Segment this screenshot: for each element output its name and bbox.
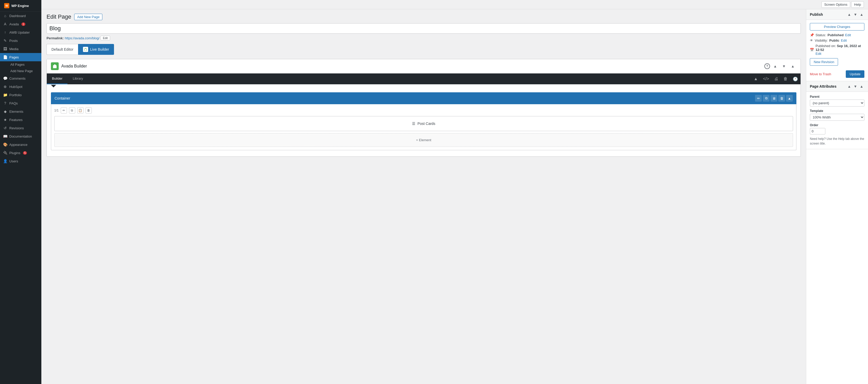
- avada-collapse-down-button[interactable]: ▼: [780, 63, 787, 70]
- sidebar-item-awb-updater[interactable]: ↑ AWB Updater: [0, 28, 41, 36]
- container-controls: ✏ ⧉ 🖥 🗑 ▲: [755, 95, 793, 101]
- parent-select[interactable]: (no parent): [810, 99, 864, 107]
- avada-help-icon[interactable]: ?: [764, 63, 770, 69]
- live-builder-label: Live Builder: [90, 47, 109, 52]
- visibility-edit-link[interactable]: Edit: [841, 38, 846, 42]
- builder-print-icon[interactable]: 🖨: [772, 75, 781, 83]
- sidebar-item-comments[interactable]: 💬 Comments: [0, 74, 41, 83]
- live-builder-button[interactable]: Live Builder: [78, 44, 114, 55]
- builder-delete-icon[interactable]: 🗑: [781, 75, 790, 83]
- page-attributes-header: Page Attributes ▲ ▼ ▲: [806, 81, 868, 92]
- editor-area: Edit Page Add New Page Permalink: https:…: [41, 9, 806, 384]
- sidebar-item-label: Plugins: [9, 151, 21, 155]
- status-edit-link[interactable]: Edit: [845, 33, 851, 37]
- page-attributes-help: Need help? Use the Help tab above the sc…: [810, 137, 864, 146]
- container-delete-button[interactable]: 🗑: [778, 95, 785, 101]
- sidebar-item-revisions[interactable]: ↺ Revisions: [0, 124, 41, 132]
- avada-icon: A: [3, 22, 7, 26]
- avada-close-button[interactable]: ▲: [789, 63, 797, 70]
- sidebar-item-features[interactable]: ★ Features: [0, 116, 41, 124]
- builder-code-icon[interactable]: </>: [761, 75, 772, 83]
- container-header: Container ✏ ⧉ 🖥 🗑 ▲: [51, 92, 797, 104]
- sidebar-item-plugins[interactable]: 🔌 Plugins 5: [0, 149, 41, 157]
- sidebar-item-dashboard[interactable]: ⌂ Dashboard: [0, 12, 41, 20]
- column-copy-button[interactable]: ⧉: [69, 107, 75, 114]
- publish-box: Publish ▲ ▼ ▲ Preview Changes 📌 Status: …: [806, 9, 868, 81]
- main-area: Screen Options Help Edit Page Add New Pa…: [41, 0, 868, 384]
- default-editor-button[interactable]: Default Editor: [46, 44, 78, 55]
- column-paste-button[interactable]: 📋: [77, 107, 84, 114]
- page-attributes-collapse-down-button[interactable]: ▼: [852, 84, 858, 89]
- builder-tabs: Builder Library ▲ </> 🖨 🗑 🕐: [47, 73, 801, 84]
- add-element-label: + Element: [416, 138, 431, 142]
- avada-logo-svg: [52, 64, 57, 69]
- sidebar-item-hubspot[interactable]: ⊕ HubSpot: [0, 83, 41, 91]
- sidebar-item-all-pages[interactable]: All Pages: [7, 61, 41, 68]
- portfolio-icon: 📁: [3, 93, 7, 97]
- container-collapse-button[interactable]: ▲: [786, 95, 793, 101]
- avada-builder-label: Avada Builder: [61, 64, 87, 68]
- publish-collapse-up-button[interactable]: ▲: [846, 12, 852, 17]
- update-button[interactable]: Update: [846, 70, 864, 78]
- add-new-page-label: Add New Page: [10, 69, 33, 73]
- sidebar-item-pages[interactable]: 📄 Pages: [0, 53, 41, 61]
- new-revision-button[interactable]: New Revision: [810, 58, 838, 66]
- template-select[interactable]: 100% Width: [810, 114, 864, 121]
- container-title: Container: [55, 96, 70, 100]
- preview-changes-button[interactable]: Preview Changes: [810, 23, 864, 31]
- permalink-link[interactable]: https://avada.com/blog/: [65, 36, 99, 40]
- container-responsive-button[interactable]: 🖥: [771, 95, 777, 101]
- page-attributes-box: Page Attributes ▲ ▼ ▲ Parent (no parent)…: [806, 81, 868, 149]
- sidebar-item-media[interactable]: 🖼 Media: [0, 45, 41, 53]
- publish-actions-bottom: Move to Trash Update: [810, 70, 864, 78]
- page-heading: Edit Page: [46, 13, 71, 20]
- editor-buttons: Default Editor Live Builder: [46, 44, 801, 55]
- published-on-edit-link[interactable]: Edit: [815, 52, 821, 56]
- sidebar-item-users[interactable]: 👤 Users: [0, 157, 41, 165]
- permalink-edit-button[interactable]: Edit: [100, 36, 110, 40]
- wp-engine-icon: W: [4, 3, 9, 8]
- page-attributes-close-button[interactable]: ▲: [859, 84, 864, 89]
- sidebar-item-elements[interactable]: ◆ Elements: [0, 107, 41, 116]
- published-on-content: Published on: Sep 16, 2022 at 12:52 Edit: [815, 44, 864, 56]
- sidebar-item-posts[interactable]: ✎ Posts: [0, 36, 41, 45]
- help-button[interactable]: Help: [851, 1, 864, 8]
- container-edit-button[interactable]: ✏: [755, 95, 762, 101]
- order-input[interactable]: [810, 128, 825, 135]
- container-copy-button[interactable]: ⧉: [763, 95, 770, 101]
- add-new-page-button[interactable]: Add New Page: [74, 14, 102, 20]
- avada-badge: 1: [22, 23, 26, 26]
- builder-history-icon[interactable]: 🕐: [790, 75, 801, 84]
- sidebar: W WP Engine ⌂ Dashboard A Avada 1 ↑ AWB …: [0, 0, 41, 384]
- order-label: Order: [810, 123, 864, 127]
- publish-collapse-down-button[interactable]: ▼: [852, 12, 858, 17]
- content-area: Edit Page Add New Page Permalink: https:…: [41, 9, 868, 384]
- permalink-row: Permalink: https://avada.com/blog/ Edit: [46, 36, 801, 40]
- column-delete-button[interactable]: 🗑: [86, 107, 92, 114]
- documentation-icon: 📖: [3, 134, 7, 138]
- tab-library[interactable]: Library: [67, 73, 88, 84]
- page-title-input[interactable]: [46, 23, 801, 34]
- elements-icon: ◆: [3, 109, 7, 114]
- publish-close-button[interactable]: ▲: [859, 12, 864, 17]
- avada-builder-logo: [51, 62, 59, 70]
- sidebar-item-label: Appearance: [9, 143, 27, 147]
- sidebar-item-portfolio[interactable]: 📁 Portfolio: [0, 91, 41, 99]
- add-element-block[interactable]: + Element: [54, 133, 793, 147]
- container-body: 1/1 ✏ ⧉ 📋 🗑 ☰ Post Cards: [51, 104, 797, 150]
- screen-options-button[interactable]: Screen Options: [822, 1, 850, 8]
- calendar-icon: 📅: [810, 48, 814, 52]
- sidebar-item-label: Revisions: [9, 126, 24, 130]
- sidebar-item-appearance[interactable]: 🎨 Appearance: [0, 140, 41, 149]
- move-to-trash-link[interactable]: Move to Trash: [810, 72, 831, 76]
- column-edit-button[interactable]: ✏: [61, 107, 67, 114]
- tab-builder[interactable]: Builder: [47, 73, 67, 84]
- sidebar-item-faqs[interactable]: ? FAQs: [0, 99, 41, 107]
- sidebar-item-avada[interactable]: A Avada 1: [0, 20, 41, 28]
- builder-upload-icon[interactable]: ▲: [751, 75, 761, 83]
- page-attributes-collapse-up-button[interactable]: ▲: [846, 84, 852, 89]
- sidebar-item-add-new-page[interactable]: Add New Page: [7, 68, 41, 74]
- avada-collapse-up-button[interactable]: ▲: [772, 63, 779, 70]
- sidebar-item-documentation[interactable]: 📖 Documentation: [0, 132, 41, 140]
- avada-header-controls: ? ▲ ▼ ▲: [764, 63, 797, 70]
